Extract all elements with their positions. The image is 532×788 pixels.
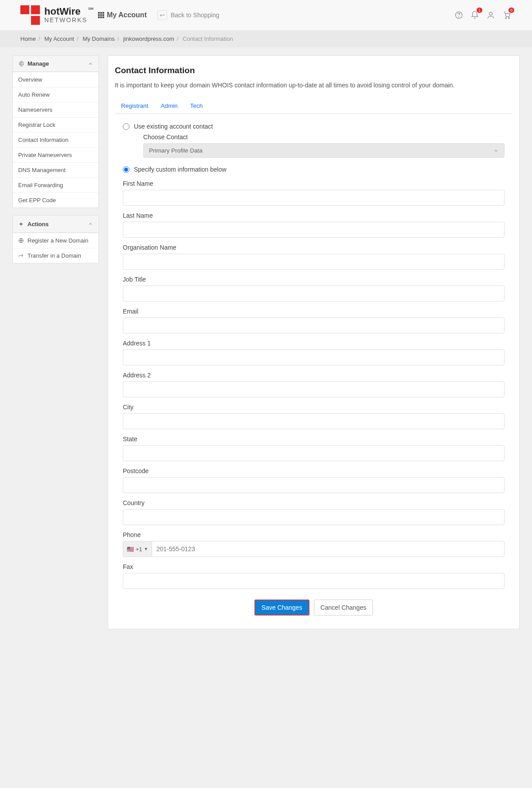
manage-panel: Manage Overview Auto Renew Nameservers R… <box>12 55 99 208</box>
choose-contact-select[interactable]: Primary Profile Data <box>143 143 505 158</box>
svg-point-2 <box>489 12 493 15</box>
gear-icon <box>18 61 24 67</box>
job-input[interactable] <box>123 286 505 302</box>
org-input[interactable] <box>123 254 505 270</box>
sidebar-item-auto-renew[interactable]: Auto Renew <box>13 87 98 102</box>
radio-use-existing[interactable] <box>123 123 129 130</box>
email-input[interactable] <box>123 318 505 333</box>
postcode-label: Postcode <box>123 467 505 474</box>
page-title: Contact Information <box>115 66 512 75</box>
return-icon: ↩ <box>157 10 167 20</box>
save-button[interactable]: Save Changes <box>254 600 309 616</box>
org-label: Organisation Name <box>123 244 505 251</box>
radio-custom-label: Specify custom information below <box>134 166 227 173</box>
radio-use-existing-label: Use existing account contact <box>134 123 213 130</box>
fax-input[interactable] <box>123 573 505 589</box>
sidebar-item-overview[interactable]: Overview <box>13 72 98 87</box>
svg-point-3 <box>505 17 507 18</box>
svg-point-4 <box>509 17 510 18</box>
phone-country-select[interactable]: 🇺🇸 +1 ▼ <box>123 541 152 557</box>
breadcrumb: Home/ My Account/ My Domains/ jinkowordp… <box>0 30 532 47</box>
user-icon[interactable] <box>486 10 496 20</box>
my-account-link[interactable]: My Account <box>98 11 147 19</box>
fax-label: Fax <box>123 563 505 570</box>
actions-panel: ＋ Actions Register a New Domain Transfer… <box>12 215 99 263</box>
chevron-up-icon <box>88 61 93 67</box>
city-input[interactable] <box>123 413 505 429</box>
job-label: Job Title <box>123 276 505 283</box>
state-input[interactable] <box>123 445 505 461</box>
page-desc: It is important to keep your domain WHOI… <box>115 81 512 90</box>
sidebar-item-registrar-lock[interactable]: Registrar Lock <box>13 117 98 132</box>
share-icon <box>18 253 24 259</box>
country-input[interactable] <box>123 509 505 525</box>
chevron-down-icon <box>493 148 499 153</box>
logo-icon <box>20 5 40 25</box>
main-panel: Contact Information It is important to k… <box>108 55 520 629</box>
radio-custom[interactable] <box>123 166 129 173</box>
sidebar-item-nameservers[interactable]: Nameservers <box>13 102 98 117</box>
cart-icon[interactable]: 0 <box>502 10 512 20</box>
tab-tech[interactable]: Tech <box>190 98 203 114</box>
sidebar-item-contact-info[interactable]: Contact Information <box>13 132 98 147</box>
cart-badge: 0 <box>509 8 514 13</box>
postcode-input[interactable] <box>123 477 505 493</box>
phone-input[interactable] <box>152 541 505 557</box>
phone-label: Phone <box>123 531 505 538</box>
actions-panel-head[interactable]: ＋ Actions <box>13 216 98 233</box>
plus-icon: ＋ <box>18 220 24 228</box>
addr2-input[interactable] <box>123 381 505 397</box>
last-name-input[interactable] <box>123 222 505 238</box>
header: hotWireSM NETWORKS My Account ↩ Back to … <box>0 0 532 30</box>
flag-us-icon: 🇺🇸 <box>127 546 134 553</box>
addr1-input[interactable] <box>123 349 505 365</box>
breadcrumb-item[interactable]: My Domains <box>82 35 114 42</box>
globe-icon <box>18 238 24 243</box>
last-name-label: Last Name <box>123 212 505 219</box>
logo[interactable]: hotWireSM NETWORKS <box>20 5 87 25</box>
action-register-domain[interactable]: Register a New Domain <box>13 233 98 248</box>
breadcrumb-current: Contact Information <box>183 35 233 42</box>
sidebar-item-epp[interactable]: Get EPP Code <box>13 192 98 208</box>
tabs: Registrant Admin Tech <box>115 98 512 114</box>
breadcrumb-item[interactable]: My Account <box>44 35 74 42</box>
city-label: City <box>123 404 505 411</box>
apps-grid-icon <box>98 12 104 18</box>
sidebar-item-dns[interactable]: DNS Management <box>13 162 98 177</box>
tab-admin[interactable]: Admin <box>161 98 178 114</box>
email-label: Email <box>123 308 505 315</box>
help-icon[interactable] <box>454 10 464 20</box>
brand-tagline: NETWORKS <box>44 17 87 24</box>
svg-point-1 <box>459 17 459 17</box>
country-label: Country <box>123 499 505 506</box>
state-label: State <box>123 435 505 443</box>
action-transfer-domain[interactable]: Transfer in a Domain <box>13 248 98 263</box>
breadcrumb-item[interactable]: Home <box>20 35 36 42</box>
sidebar-item-email-fwd[interactable]: Email Forwarding <box>13 177 98 192</box>
chevron-up-icon <box>88 221 93 227</box>
back-to-shopping-link[interactable]: ↩ Back to Shopping <box>157 10 219 20</box>
tab-registrant[interactable]: Registrant <box>121 98 149 114</box>
manage-panel-head[interactable]: Manage <box>13 56 98 72</box>
notifications-icon[interactable]: 1 <box>470 10 480 20</box>
cancel-button[interactable]: Cancel Changes <box>314 600 373 616</box>
brand-name: hotWireSM <box>44 6 87 17</box>
first-name-input[interactable] <box>123 190 505 206</box>
addr2-label: Address 2 <box>123 372 505 379</box>
choose-contact-label: Choose Contact <box>143 133 505 141</box>
breadcrumb-item[interactable]: jinkowordpress.com <box>123 35 174 42</box>
sidebar-item-private-ns[interactable]: Private Nameservers <box>13 147 98 162</box>
addr1-label: Address 1 <box>123 340 505 347</box>
first-name-label: First Name <box>123 180 505 187</box>
notif-badge: 1 <box>477 8 482 13</box>
